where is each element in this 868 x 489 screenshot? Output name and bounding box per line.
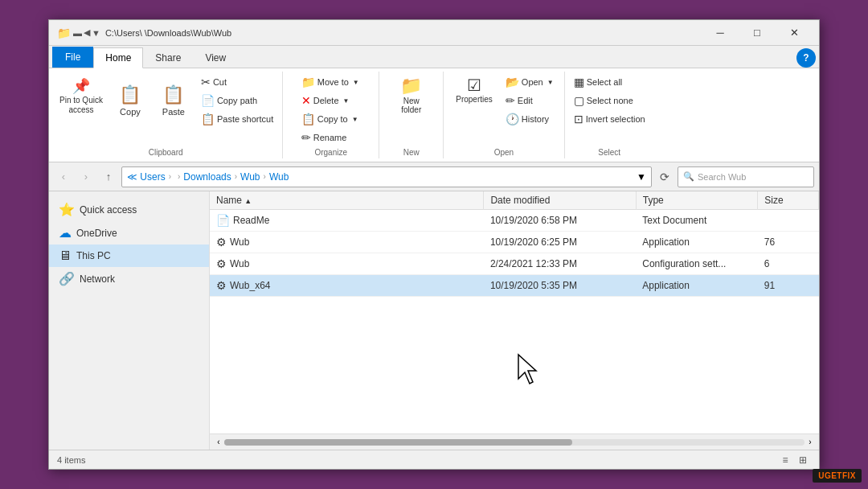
table-row[interactable]: ⚙Wub2/24/2021 12:33 PMConfiguration sett… [210, 253, 819, 275]
rename-button[interactable]: ✏ Rename [297, 129, 365, 146]
forward-button[interactable]: › [76, 167, 96, 187]
cut-label: Cut [213, 77, 227, 87]
paste-shortcut-icon: 📋 [201, 113, 215, 125]
sidebar-item-this-pc[interactable]: 🖥 This PC [49, 244, 209, 267]
file-date: 10/19/2020 6:58 PM [484, 210, 636, 232]
network-label: Network [80, 273, 115, 285]
file-size: 91 [758, 275, 819, 297]
invert-selection-button[interactable]: ⊡ Invert selection [570, 110, 649, 128]
new-folder-icon: 📁 [400, 76, 422, 97]
open-icon: 📂 [506, 76, 519, 88]
edit-icon: ✏ [506, 94, 515, 107]
tab-share[interactable]: Share [143, 47, 193, 68]
properties-icon: ☑ [467, 76, 481, 95]
up-button[interactable]: ↑ [99, 167, 118, 187]
new-folder-button[interactable]: 📁 Newfolder [393, 73, 429, 117]
col-name[interactable]: Name ▲ [210, 191, 484, 210]
back-button[interactable]: ‹ [54, 167, 73, 187]
history-label: History [522, 114, 549, 124]
ribbon-group-new: 📁 Newfolder New [379, 72, 444, 158]
select-all-label: Select all [587, 77, 623, 87]
select-all-button[interactable]: ▦ Select all [570, 73, 649, 91]
sidebar-item-quick-access[interactable]: ⭐ Quick access [49, 198, 209, 221]
copy-path-button[interactable]: 📄 Copy path [197, 92, 277, 109]
file-type: Text Document [636, 210, 758, 232]
close-button[interactable]: ✕ [776, 20, 813, 46]
minimize-button[interactable]: ─ [702, 20, 739, 46]
file-list-table: Name ▲ Date modified Type Size 📄ReadMe10… [210, 191, 819, 297]
tab-view[interactable]: View [193, 47, 238, 68]
address-path[interactable]: ≪ Users › › Downloads › Wub › Wub ▼ [121, 166, 652, 187]
properties-button[interactable]: ☑ Properties [448, 73, 500, 106]
paste-button[interactable]: 📋 Paste [154, 73, 194, 128]
cut-button[interactable]: ✂ Cut [197, 73, 277, 91]
file-date: 10/19/2020 5:35 PM [484, 275, 636, 297]
sep3: › [235, 172, 237, 181]
breadcrumb-wub2[interactable]: Wub [269, 171, 289, 183]
edit-button[interactable]: ✏ Edit [502, 92, 559, 109]
ribbon-tabs: File Home Share View ? [49, 46, 819, 68]
col-date[interactable]: Date modified [484, 191, 636, 210]
move-to-button[interactable]: 📁 Move to ▼ [297, 73, 365, 91]
pin-to-quick-access-button[interactable]: 📌 Pin to Quickaccess [54, 73, 108, 119]
status-bar: 4 items ≡ ⊞ [49, 450, 819, 469]
file-icon: ⚙ [216, 236, 227, 249]
tab-home[interactable]: Home [93, 47, 143, 68]
copy-to-button[interactable]: 📋 Copy to ▼ [297, 110, 365, 128]
paste-shortcut-label: Paste shortcut [217, 114, 273, 124]
file-name: Wub [230, 258, 249, 269]
col-type[interactable]: Type [636, 191, 758, 210]
col-size[interactable]: Size [758, 191, 819, 210]
paste-shortcut-button[interactable]: 📋 Paste shortcut [197, 110, 277, 128]
clipboard-content: 📌 Pin to Quickaccess 📋 Copy 📋 Paste ✂ [54, 73, 277, 146]
open-label: Open [522, 77, 543, 87]
history-button[interactable]: 🕐 History [502, 110, 559, 128]
horizontal-scrollbar[interactable]: ‹ › [210, 434, 819, 450]
large-icons-view-button[interactable]: ⊞ [795, 453, 811, 467]
new-content: 📁 Newfolder [393, 73, 429, 146]
select-none-label: Select none [587, 96, 633, 105]
sidebar-item-network[interactable]: 🔗 Network [49, 267, 209, 290]
network-icon: 🔗 [59, 271, 75, 286]
tab-view-label: View [205, 52, 226, 64]
rename-label: Rename [313, 133, 347, 142]
scissors-icon: ✂ [201, 76, 211, 88]
title-controls: ─ □ ✕ [702, 20, 813, 46]
table-row[interactable]: 📄ReadMe10/19/2020 6:58 PMText Document [210, 210, 819, 232]
table-row[interactable]: ⚙Wub_x6410/19/2020 5:35 PMApplication91 [210, 275, 819, 297]
history-icon: 🕐 [506, 113, 519, 125]
delete-button[interactable]: ✕ Delete ▼ [297, 92, 365, 109]
open-sub-buttons: 📂 Open ▼ ✏ Edit 🕐 History [502, 73, 559, 128]
this-pc-icon: 🖥 [59, 249, 72, 263]
sep1: › [169, 172, 171, 181]
help-button[interactable]: ? [796, 48, 816, 68]
select-none-button[interactable]: ▢ Select none [570, 92, 649, 109]
title-minimize-icon: ▬ [73, 28, 82, 38]
maximize-button[interactable]: □ [739, 20, 776, 46]
details-view-button[interactable]: ≡ [777, 453, 793, 467]
rename-icon: ✏ [301, 131, 311, 144]
search-box[interactable]: 🔍 Search Wub [678, 166, 814, 187]
file-size [758, 210, 819, 232]
organize-label: Organize [314, 146, 347, 157]
quick-access-icon: ⭐ [59, 202, 75, 217]
breadcrumb-downloads[interactable]: Downloads [183, 171, 231, 183]
copy-button[interactable]: 📋 Copy [110, 73, 150, 128]
file-type: Application [636, 232, 758, 253]
scroll-right-button[interactable]: › [805, 437, 816, 448]
file-type: Application [636, 275, 758, 297]
breadcrumb-wub1[interactable]: Wub [240, 171, 260, 183]
table-row[interactable]: ⚙Wub10/19/2020 6:25 PMApplication76 [210, 232, 819, 253]
open-arrow: ▼ [546, 79, 555, 86]
file-name-cell: ⚙Wub [210, 232, 484, 253]
tab-file[interactable]: File [52, 47, 93, 68]
breadcrumb-users[interactable]: ≪ Users [127, 171, 166, 183]
file-table: Name ▲ Date modified Type Size 📄ReadMe10… [210, 191, 819, 434]
open-button[interactable]: 📂 Open ▼ [502, 73, 559, 91]
sidebar: ⭐ Quick access ☁ OneDrive 🖥 This PC 🔗 Ne… [49, 191, 210, 450]
scroll-left-button[interactable]: ‹ [213, 437, 224, 448]
refresh-button[interactable]: ⟳ [655, 167, 674, 187]
sidebar-item-onedrive[interactable]: ☁ OneDrive [49, 221, 209, 244]
file-icon: 📄 [216, 214, 230, 227]
ribbon: 📌 Pin to Quickaccess 📋 Copy 📋 Paste ✂ [49, 68, 819, 162]
